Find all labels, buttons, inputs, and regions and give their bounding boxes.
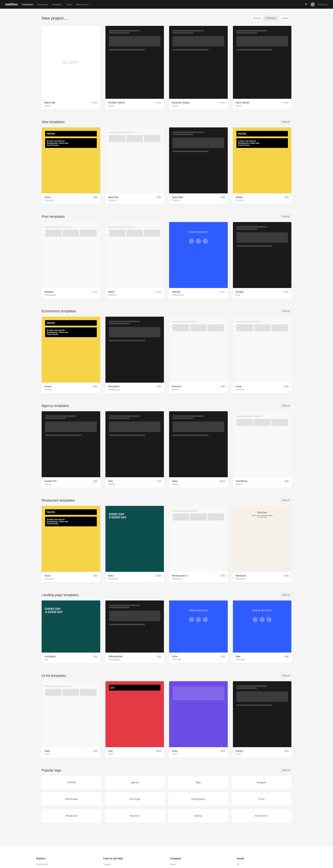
card-price: $79 (157, 385, 161, 388)
page-title: New project... (42, 16, 67, 21)
card-preview: MexicanaStylish, modern Webflow template… (233, 506, 292, 572)
logo[interactable]: webflow (5, 3, 18, 6)
template-card[interactable]: Kaka $129 Agency (169, 411, 228, 488)
tag-card[interactable]: Designer (232, 776, 291, 789)
tab-account[interactable]: Account (250, 16, 264, 21)
template-card[interactable]: Metric Free Business (105, 222, 164, 299)
tag-card[interactable]: Restaurant (42, 809, 101, 823)
card-preview: EVERY DAYA GOOD DAY (42, 600, 100, 653)
card-category: Creative (108, 199, 161, 202)
tab-personal[interactable]: Personal (264, 16, 278, 21)
template-card[interactable]: Mark Eter $24 Creative (105, 127, 164, 204)
avatar[interactable] (311, 2, 315, 6)
template-card[interactable]: Restaurante X $79 Restaurant (169, 506, 228, 582)
card-preview: TACOSA fresh, fun look forRestaurants, C… (42, 506, 100, 572)
template-card[interactable]: THIS IS VELOCITY Velocity Free Multipurp… (169, 222, 228, 299)
view-all-button[interactable]: View all (280, 309, 291, 313)
tag-card[interactable]: UI Kit (232, 793, 291, 806)
template-card[interactable]: THIS IS VELOCITY Vivilo $79 One Page (169, 600, 228, 663)
card-category: Preset (108, 104, 161, 107)
bell-icon[interactable] (305, 3, 307, 6)
card-name: Something (236, 479, 247, 483)
card-category: Beauty (172, 389, 225, 391)
template-card[interactable]: just Just $129 UI Kit (105, 681, 164, 758)
tag-card[interactable]: Blog (168, 776, 228, 789)
view-all-button[interactable]: View all (280, 674, 291, 678)
template-card[interactable]: TACOSA fresh, fun look forRestaurants, C… (42, 506, 100, 582)
cart-icon (218, 291, 220, 293)
svg-point-15 (283, 292, 283, 293)
tag-card[interactable]: Photography (168, 793, 228, 806)
template-card[interactable]: Essence $79 Beauty (169, 317, 228, 393)
starter-card[interactable]: Business Starter Free Preset (169, 26, 228, 110)
template-card[interactable]: Newport Free Photography (42, 222, 100, 299)
card-preview: BLANK (42, 26, 100, 99)
nav-showcase[interactable]: Showcase (37, 3, 48, 6)
tag-card[interactable]: Business (105, 809, 165, 823)
view-all-button[interactable]: View all (280, 120, 291, 124)
nav-dashboard[interactable]: Dashboard (22, 3, 33, 6)
template-card[interactable]: THIS IS VELOCITY Aliar $49 One Page (233, 600, 292, 663)
account-menu[interactable]: Account ▾ (318, 3, 328, 6)
footer-link[interactable]: Support (103, 863, 163, 866)
template-card[interactable]: Panels $79 UI Kit (233, 681, 292, 758)
tag-card[interactable]: Ecommerce (232, 809, 291, 823)
template-card[interactable]: Duotint Pro $49 Agency (42, 411, 100, 488)
card-price: $79 (94, 750, 97, 752)
topbar-right: Account ▾ (305, 2, 328, 6)
template-card[interactable]: Videographer $19 Photography (105, 600, 164, 663)
template-section: New templates View all TACOSA fresh, fun… (42, 120, 291, 204)
card-price: $49 (94, 196, 97, 198)
footer-link[interactable]: Dashboard (36, 863, 96, 866)
card-preview (169, 26, 228, 99)
card-price: $79 (221, 655, 225, 658)
view-all-button[interactable]: View all (280, 768, 291, 772)
svg-point-6 (282, 103, 282, 103)
card-category: Multipurpose (172, 294, 225, 296)
template-card[interactable]: SpicyTalks $49 Podcast (169, 127, 228, 204)
template-card[interactable]: TaaS $79 UI Kit (42, 681, 100, 758)
card-name: Jules (172, 750, 177, 752)
tag-card[interactable]: Agency (105, 776, 165, 789)
card-name: Vivilo (172, 655, 177, 658)
webflow-icon[interactable] (237, 863, 240, 866)
view-all-button[interactable]: View all (280, 214, 291, 219)
template-card[interactable]: Escape Free Blog (233, 222, 292, 299)
template-card[interactable]: TACOSA fresh, fun look forRestaurants, C… (42, 317, 100, 393)
view-all-button[interactable]: View all (280, 593, 291, 597)
nav-designers[interactable]: Designers (52, 3, 62, 6)
card-price: Free (90, 290, 97, 293)
nav-learn[interactable]: Learn (66, 3, 72, 6)
view-all-button[interactable]: View all (280, 498, 291, 502)
starter-card[interactable]: Portfolio Starter Free Preset (105, 26, 164, 110)
card-name: Dowar (236, 196, 243, 198)
template-card[interactable]: MexicanaStylish, modern Webflow template… (233, 506, 292, 582)
card-category: One Page (172, 658, 225, 661)
card-preview (233, 681, 292, 747)
tag-card[interactable]: Startup (168, 809, 228, 823)
view-all-button[interactable]: View all (280, 404, 291, 408)
template-card[interactable]: EVERY DAYA GOOD DAY Bobs $149 Restaurant (105, 506, 164, 582)
footer-link[interactable]: About (170, 863, 230, 866)
nav-resources[interactable]: Resources ▾ (76, 3, 89, 6)
template-card[interactable]: TACOSA fresh, fun look forRestaurants, C… (42, 127, 100, 204)
template-card[interactable]: TACOSA fresh, fun look forRestaurants, C… (233, 127, 292, 204)
section-title: Restaurant templates (42, 498, 74, 502)
template-card[interactable]: Insue $79 Insurance (233, 317, 292, 393)
template-card[interactable]: Something $49 Agency (233, 411, 292, 488)
cart-icon (90, 291, 92, 293)
tag-card[interactable]: Portfolio (42, 776, 101, 789)
card-price: Free (90, 101, 97, 104)
template-card[interactable]: Jules $79 UI Kit (169, 681, 228, 758)
card-name: Newport (44, 290, 54, 293)
tab-cancel[interactable]: Cancel (279, 16, 291, 21)
card-category: Insurance (236, 389, 289, 391)
starter-card[interactable]: Store Starter Free Preset (233, 26, 292, 110)
template-card[interactable]: EVERY DAYA GOOD DAY Landingus $24 App (42, 600, 100, 663)
tag-card[interactable]: Real Estate (42, 793, 101, 806)
template-card[interactable]: Vest $79 Agency (105, 411, 164, 488)
tag-card[interactable]: One Page (105, 793, 165, 806)
starter-card[interactable]: BLANK Blank Site Free Preset (42, 26, 100, 110)
template-card[interactable]: Perception $79 Photography (105, 317, 164, 393)
card-price: $79 (285, 196, 289, 198)
